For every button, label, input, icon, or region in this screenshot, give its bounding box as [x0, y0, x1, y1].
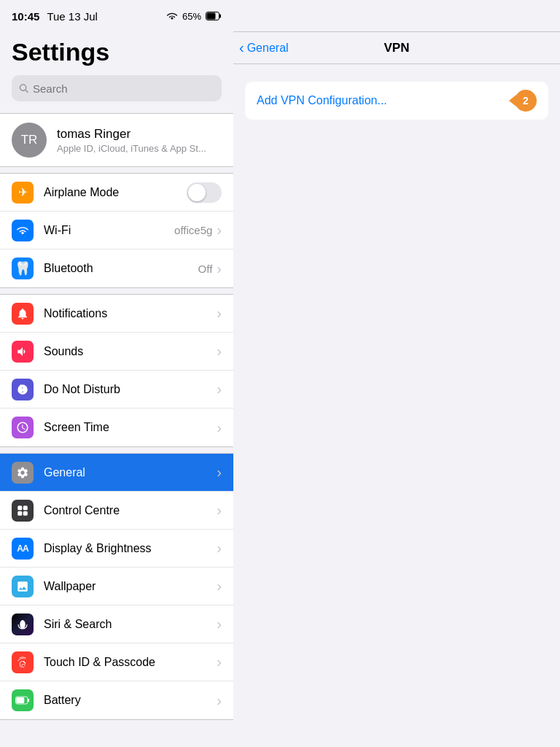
wifi-label: Wi-Fi: [44, 224, 174, 237]
controlcentre-label: Control Centre: [44, 504, 217, 517]
profile-row[interactable]: TR tomas Ringer Apple ID, iCloud, iTunes…: [0, 114, 233, 166]
chevron-right-icon: [217, 502, 222, 519]
svg-line-4: [26, 90, 28, 92]
bluetooth-label: Bluetooth: [44, 262, 198, 275]
donotdisturb-label: Do Not Disturb: [44, 383, 217, 396]
battery-text: 65%: [182, 11, 201, 22]
profile-section: TR tomas Ringer Apple ID, iCloud, iTunes…: [0, 113, 233, 167]
general-label: General: [44, 466, 217, 479]
display-icon: AA: [12, 538, 34, 560]
screentime-label: Screen Time: [44, 421, 217, 434]
sidebar-item-wallpaper[interactable]: Wallpaper: [0, 568, 233, 605]
notifications-label: Notifications: [44, 307, 217, 320]
add-vpn-text: Add VPN Configuration...: [257, 94, 515, 107]
donotdisturb-icon: [12, 379, 34, 400]
display-label: Display & Brightness: [44, 542, 217, 555]
vpn-title: VPN: [384, 41, 410, 55]
touchid-label: Touch ID & Passcode: [44, 656, 217, 669]
profile-info: tomas Ringer Apple ID, iCloud, iTunes & …: [57, 127, 206, 154]
sidebar-item-bluetooth[interactable]: 🦷 Bluetooth Off: [0, 249, 233, 287]
siri-icon: [12, 614, 34, 635]
sidebar-item-notifications[interactable]: Notifications: [0, 295, 233, 333]
svg-point-9: [20, 620, 26, 629]
svg-rect-8: [23, 511, 28, 515]
connectivity-section: ✈ Airplane Mode Wi-Fi: [0, 173, 233, 288]
connectivity-group: ✈ Airplane Mode Wi-Fi: [0, 173, 233, 288]
sidebar-scroll: TR tomas Ringer Apple ID, iCloud, iTunes…: [0, 113, 233, 747]
wallpaper-icon: [12, 576, 34, 597]
main-panel: ‹ General VPN Add VPN Configuration... 2: [233, 0, 560, 747]
notifications-group: Notifications Sounds Do Not Distur: [0, 294, 233, 447]
search-icon: [19, 83, 28, 93]
battery-label: Battery: [44, 694, 217, 707]
vpn-nav-bar: ‹ General VPN: [233, 32, 560, 64]
battery-settings-icon: [12, 689, 34, 711]
sidebar-item-siri[interactable]: Siri & Search: [0, 605, 233, 643]
profile-group: TR tomas Ringer Apple ID, iCloud, iTunes…: [0, 113, 233, 167]
back-button[interactable]: ‹ General: [239, 39, 289, 56]
controlcentre-icon: [12, 500, 34, 522]
vpn-content: Add VPN Configuration... 2: [233, 64, 560, 747]
sidebar-item-airplane[interactable]: ✈ Airplane Mode: [0, 174, 233, 212]
toggle-thumb: [188, 184, 206, 201]
add-vpn-row[interactable]: Add VPN Configuration... 2: [245, 82, 548, 120]
system-group: General Control Centre AA Display & Brig…: [0, 453, 233, 720]
sidebar-item-touchid[interactable]: Touch ID & Passcode: [0, 643, 233, 681]
svg-rect-12: [16, 697, 24, 703]
status-date: Tue 13 Jul: [47, 10, 98, 23]
vpn-badge: 2: [515, 90, 537, 112]
sidebar-item-screentime[interactable]: Screen Time: [0, 409, 233, 446]
sidebar-item-sounds[interactable]: Sounds: [0, 333, 233, 371]
sidebar-item-donotdisturb[interactable]: Do Not Disturb: [0, 371, 233, 409]
status-right-icons: 65%: [166, 11, 222, 22]
siri-label: Siri & Search: [44, 618, 217, 631]
wallpaper-label: Wallpaper: [44, 580, 217, 593]
svg-rect-6: [23, 506, 28, 510]
chevron-right-icon: [217, 381, 222, 398]
sidebar-item-display[interactable]: AA Display & Brightness: [0, 530, 233, 568]
chevron-right-icon: [217, 260, 222, 277]
search-bar[interactable]: [12, 75, 222, 101]
chevron-right-icon: [217, 540, 222, 557]
back-chevron-icon: ‹: [239, 39, 244, 56]
notifications-section: Notifications Sounds Do Not Distur: [0, 294, 233, 447]
sidebar-item-controlcentre[interactable]: Control Centre: [0, 492, 233, 530]
chevron-right-icon: [217, 343, 222, 360]
chevron-right-icon: [217, 692, 222, 709]
general-icon: [12, 462, 34, 484]
status-time: 10:45: [12, 10, 39, 23]
sounds-label: Sounds: [44, 345, 217, 358]
sounds-icon: [12, 341, 34, 363]
touchid-icon: [12, 651, 34, 673]
chevron-right-icon: [217, 419, 222, 436]
sidebar-item-wifi[interactable]: Wi-Fi office5g: [0, 212, 233, 249]
system-section: General Control Centre AA Display & Brig…: [0, 453, 233, 720]
airplane-label: Airplane Mode: [44, 186, 187, 199]
wifi-settings-icon: [12, 220, 34, 241]
svg-rect-5: [18, 506, 22, 510]
main-status-bar: [233, 0, 560, 32]
svg-rect-1: [219, 15, 222, 18]
chevron-right-icon: [217, 654, 222, 670]
battery-icon: [206, 12, 222, 20]
sidebar-item-general[interactable]: General: [0, 454, 233, 492]
svg-rect-2: [207, 13, 216, 20]
badge-container: 2: [515, 90, 537, 112]
sidebar-item-battery[interactable]: Battery: [0, 681, 233, 719]
back-label: General: [247, 42, 289, 55]
airplane-toggle[interactable]: [187, 182, 222, 203]
chevron-right-icon: [217, 464, 222, 481]
wifi-value: office5g: [174, 224, 212, 236]
chevron-right-icon: [217, 222, 222, 239]
chevron-right-icon: [217, 305, 222, 322]
page-title: Settings: [0, 32, 233, 75]
search-input[interactable]: [33, 82, 214, 95]
chevron-right-icon: [217, 578, 222, 595]
chevron-right-icon: [217, 616, 222, 632]
profile-subtitle: Apple ID, iCloud, iTunes & App St...: [57, 143, 206, 154]
avatar: TR: [12, 123, 47, 158]
wifi-icon: [166, 12, 178, 20]
screentime-icon: [12, 417, 34, 438]
profile-name: tomas Ringer: [57, 127, 206, 142]
airplane-icon: ✈: [12, 182, 34, 204]
